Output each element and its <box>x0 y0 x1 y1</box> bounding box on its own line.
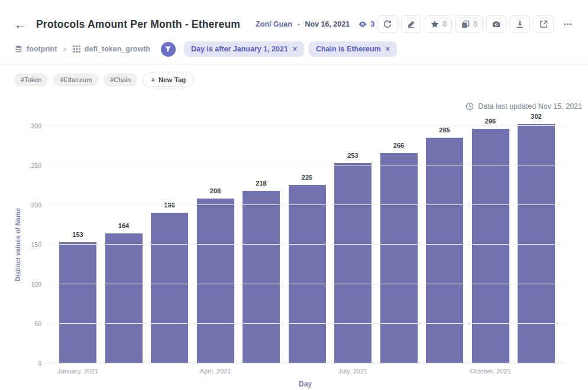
plot-area: 153January, 2021164190208April, 20212182… <box>46 126 564 363</box>
table-grid-icon <box>73 45 81 53</box>
bar-slot: 153January, 2021 <box>59 126 96 363</box>
bar-value-label: 225 <box>302 174 312 181</box>
bar-May, 2021[interactable] <box>243 191 280 363</box>
bar-slot: 266 <box>380 126 418 363</box>
download-button[interactable] <box>510 15 530 33</box>
bar-value-label: 190 <box>164 202 175 209</box>
gridline <box>46 284 564 284</box>
breadcrumb: footprint > defi_token_growth <box>14 45 150 54</box>
breadcrumb-table[interactable]: defi_token_growth <box>85 45 150 53</box>
tag-chain[interactable]: #Chain <box>104 73 137 86</box>
bar-slot: 218 <box>243 126 280 363</box>
gridline <box>46 165 564 165</box>
y-tick-label: 150 <box>31 241 41 248</box>
new-tag-label: New Tag <box>159 76 186 83</box>
gridline <box>46 323 564 324</box>
clone-count: 0 <box>473 20 477 28</box>
status-row: Data last updated Nov 15, 2021 <box>0 89 588 110</box>
bar-slot: 296October, 2021 <box>472 126 509 363</box>
favorite-button[interactable]: 0 <box>425 15 452 33</box>
gridline <box>46 125 564 126</box>
created-date: Nov 16, 2021 <box>305 20 350 28</box>
gridline <box>46 204 564 205</box>
breadcrumb-database[interactable]: footprint <box>27 45 57 53</box>
bars-container: 153January, 2021164190208April, 20212182… <box>46 126 564 363</box>
bar-slot: 164 <box>105 126 143 363</box>
filter-chip-day-close-icon[interactable]: × <box>293 46 297 53</box>
tag-token[interactable]: #Token <box>14 73 48 86</box>
toolbar: 0 0 <box>377 15 579 33</box>
y-tick-label: 250 <box>31 162 41 169</box>
filter-funnel-button[interactable] <box>161 42 176 57</box>
author-name[interactable]: Zoni Guan <box>256 20 292 28</box>
x-tick-label: July, 2021 <box>338 368 367 375</box>
bar-value-label: 253 <box>347 152 358 159</box>
new-tag-button[interactable]: + New Tag <box>143 73 194 87</box>
y-axis-ticks: 050100150200250300 <box>22 126 46 363</box>
bar-slot: 190 <box>151 126 188 363</box>
bar-value-label: 208 <box>210 187 221 194</box>
view-count-value: 3 <box>370 20 374 28</box>
eye-icon <box>358 20 367 29</box>
breadcrumb-separator: > <box>63 46 66 53</box>
x-tick-label: January, 2021 <box>57 368 98 375</box>
header: ← Protocols Amount Per Month - Ethereum … <box>0 0 588 33</box>
filter-chip-chain-label: Chain is Ethereum <box>316 45 381 53</box>
refresh-button[interactable] <box>377 15 398 33</box>
tag-ethereum[interactable]: #Ethereum <box>53 73 98 86</box>
bar-February, 2021[interactable] <box>105 233 143 363</box>
snapshot-button[interactable] <box>486 15 506 33</box>
bar-value-label: 218 <box>256 180 266 187</box>
database-icon <box>14 45 23 54</box>
y-tick-label: 100 <box>31 281 41 288</box>
subheader: footprint > defi_token_growth Day is aft… <box>0 33 588 64</box>
bar-slot: 253July, 2021 <box>334 126 371 363</box>
bar-slot: 225 <box>289 126 326 363</box>
bar-value-label: 164 <box>118 222 129 229</box>
filter-chip-day-label: Day is after January 1, 2021 <box>191 45 288 53</box>
bar-July, 2021[interactable] <box>334 163 371 363</box>
bar-slot: 208April, 2021 <box>197 126 234 363</box>
bar-April, 2021[interactable] <box>197 199 234 363</box>
back-button[interactable]: ← <box>14 18 27 31</box>
y-axis-title: Distinct values of Name <box>13 126 22 363</box>
clone-button[interactable]: 0 <box>455 15 483 33</box>
y-tick-label: 200 <box>31 202 41 209</box>
y-tick-label: 50 <box>34 320 41 327</box>
view-count: 3 <box>358 20 374 29</box>
last-updated-text: Data last updated Nov 15, 2021 <box>478 102 582 110</box>
axis-tick-mark <box>43 363 44 366</box>
share-button[interactable] <box>534 15 554 33</box>
clock-icon <box>466 102 474 110</box>
x-axis-line <box>43 363 564 363</box>
filter-chip-chain[interactable]: Chain is Ethereum × <box>309 41 397 57</box>
bar-value-label: 296 <box>485 118 496 125</box>
bar-slot: 285 <box>426 126 463 363</box>
bar-June, 2021[interactable] <box>289 185 326 363</box>
bar-slot: 302 <box>518 126 555 363</box>
bar-value-label: 266 <box>393 142 404 149</box>
bar-January, 2021[interactable] <box>59 242 96 363</box>
more-options-button[interactable] <box>557 15 579 33</box>
bar-March, 2021[interactable] <box>151 213 188 363</box>
meta-info: Zoni Guan • Nov 16, 2021 <box>256 20 350 28</box>
bar-September, 2021[interactable] <box>426 138 463 363</box>
gridline <box>46 244 564 245</box>
tags-row: #Token #Ethereum #Chain + New Tag <box>0 64 588 89</box>
page-title: Protocols Amount Per Month - Ethereum <box>36 18 240 31</box>
edit-button[interactable] <box>401 15 421 33</box>
x-axis-title: Day <box>46 380 564 388</box>
bar-August, 2021[interactable] <box>380 153 418 363</box>
bar-October, 2021[interactable] <box>472 129 509 363</box>
bar-value-label: 302 <box>531 113 541 120</box>
favorite-count: 0 <box>442 20 447 28</box>
bar-value-label: 285 <box>439 126 450 134</box>
x-tick-label: April, 2021 <box>200 368 231 375</box>
filter-chip-day[interactable]: Day is after January 1, 2021 × <box>184 41 304 57</box>
dot-separator: • <box>298 21 300 28</box>
filter-chip-chain-close-icon[interactable]: × <box>386 46 390 53</box>
y-tick-label: 300 <box>31 122 41 129</box>
bar-value-label: 153 <box>72 231 83 238</box>
bar-chart: Distinct values of Name 0501001502002503… <box>13 126 564 363</box>
plus-icon: + <box>151 76 155 83</box>
